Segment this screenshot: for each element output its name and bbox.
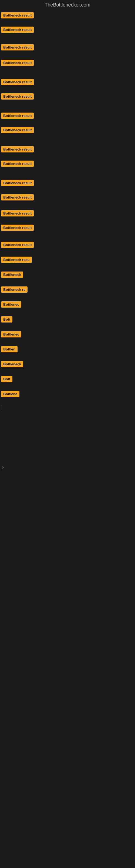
text-cursor	[2, 405, 2, 410]
list-item: Bottleneck result	[1, 78, 135, 87]
list-item: Bottleneck result	[1, 241, 135, 250]
small-char: p	[2, 465, 3, 469]
list-item: Bottleneck result	[1, 179, 135, 188]
bottleneck-list: Bottleneck result Bottleneck result Bott…	[0, 11, 135, 578]
bottleneck-badge[interactable]: Bottlene	[1, 391, 19, 397]
bottleneck-badge[interactable]: Bottleneck resu	[1, 257, 32, 263]
bottleneck-badge[interactable]: Bott	[1, 376, 12, 382]
list-item: Bottleneck result	[1, 92, 135, 102]
bottleneck-badge[interactable]: Bottleneck result	[1, 127, 34, 133]
bottleneck-badge[interactable]: Bottleneck re	[1, 286, 28, 293]
bottleneck-badge[interactable]: Bottleneck result	[1, 44, 34, 51]
empty-space	[1, 410, 135, 465]
site-title: TheBottlenecker.com	[0, 0, 135, 11]
bottleneck-badge[interactable]: Bottleneck result	[1, 210, 34, 216]
bottleneck-badge[interactable]: Bottleneck result	[1, 242, 34, 248]
list-item: Bottleneck result	[1, 193, 135, 203]
bottleneck-badge[interactable]: Bottleneck	[1, 361, 23, 367]
list-item: Bottlenec	[1, 330, 135, 340]
bottleneck-badge[interactable]: Bottlen	[1, 346, 17, 352]
bottleneck-badge[interactable]: Bottleneck result	[1, 194, 34, 200]
bottleneck-badge[interactable]: Bottleneck	[1, 272, 23, 278]
list-item: Bottleneck result	[1, 223, 135, 233]
page-wrapper: TheBottlenecker.com Bottleneck result Bo…	[0, 0, 135, 578]
list-item: Bottleneck result	[1, 11, 135, 21]
list-item: Bott	[1, 315, 135, 325]
list-item: Bottleneck result	[1, 209, 135, 219]
list-item: Bottlen	[1, 345, 135, 354]
bottleneck-badge[interactable]: Bottleneck result	[1, 60, 34, 66]
bottleneck-badge[interactable]: Bottleneck result	[1, 113, 34, 119]
bottleneck-badge[interactable]: Bottleneck result	[1, 161, 34, 167]
list-item: Bottleneck	[1, 360, 135, 369]
list-item: Bottleneck resu	[1, 255, 135, 265]
bottleneck-badge[interactable]: Bottleneck result	[1, 27, 34, 33]
list-item: Bottlene	[1, 390, 135, 399]
list-item: Bottleneck result	[1, 43, 135, 53]
list-item: Bottleneck result	[1, 145, 135, 155]
list-item: Bottleneck	[1, 271, 135, 280]
list-item: Bottleneck re	[1, 285, 135, 295]
list-item: Bottleneck result	[1, 59, 135, 68]
list-item: Bottlenec	[1, 300, 135, 310]
bottleneck-badge[interactable]: Bottleneck result	[1, 225, 34, 231]
list-item: Bott	[1, 375, 135, 384]
bottleneck-badge[interactable]: Bottlenec	[1, 331, 21, 337]
cursor-area	[1, 405, 135, 410]
list-item: Bottleneck result	[1, 159, 135, 169]
bottleneck-badge[interactable]: Bottlenec	[1, 301, 21, 308]
empty-space-2	[1, 469, 135, 578]
list-item: Bottleneck result	[1, 26, 135, 35]
list-item: Bottleneck result	[1, 126, 135, 135]
bottleneck-badge[interactable]: Bottleneck result	[1, 180, 34, 186]
bottleneck-badge[interactable]: Bottleneck result	[1, 12, 34, 19]
list-item: Bottleneck result	[1, 112, 135, 121]
small-char-area: p	[1, 465, 135, 469]
bottleneck-badge[interactable]: Bottleneck result	[1, 79, 34, 85]
bottleneck-badge[interactable]: Bott	[1, 316, 12, 322]
bottleneck-badge[interactable]: Bottleneck result	[1, 146, 34, 152]
bottleneck-badge[interactable]: Bottleneck result	[1, 93, 34, 99]
